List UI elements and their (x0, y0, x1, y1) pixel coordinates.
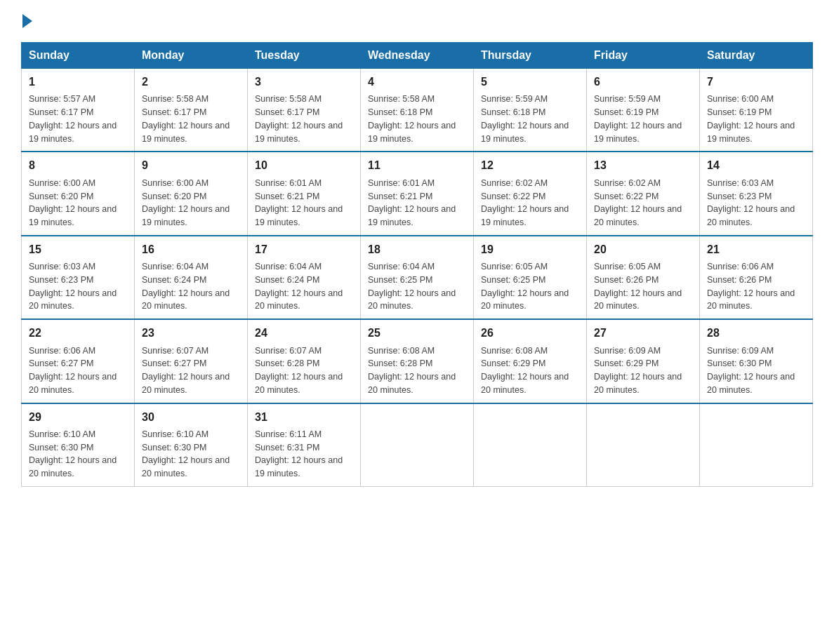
day-info: Sunrise: 5:58 AMSunset: 6:17 PMDaylight:… (142, 94, 230, 143)
day-info: Sunrise: 6:01 AMSunset: 6:21 PMDaylight:… (368, 178, 456, 227)
calendar-day-cell: 22 Sunrise: 6:06 AMSunset: 6:27 PMDaylig… (22, 319, 135, 403)
day-info: Sunrise: 5:59 AMSunset: 6:18 PMDaylight:… (481, 94, 569, 143)
calendar-day-cell: 1 Sunrise: 5:57 AMSunset: 6:17 PMDayligh… (22, 68, 135, 152)
calendar-table: SundayMondayTuesdayWednesdayThursdayFrid… (21, 42, 813, 487)
calendar-day-cell: 23 Sunrise: 6:07 AMSunset: 6:27 PMDaylig… (135, 319, 248, 403)
day-info: Sunrise: 6:04 AMSunset: 6:24 PMDaylight:… (255, 262, 343, 311)
calendar-day-cell: 24 Sunrise: 6:07 AMSunset: 6:28 PMDaylig… (248, 319, 361, 403)
calendar-week-row: 22 Sunrise: 6:06 AMSunset: 6:27 PMDaylig… (22, 319, 813, 403)
day-number: 4 (368, 74, 466, 90)
day-info: Sunrise: 5:58 AMSunset: 6:17 PMDaylight:… (255, 94, 343, 143)
day-info: Sunrise: 6:01 AMSunset: 6:21 PMDaylight:… (255, 178, 343, 227)
calendar-day-cell: 4 Sunrise: 5:58 AMSunset: 6:18 PMDayligh… (361, 68, 474, 152)
calendar-day-cell: 19 Sunrise: 6:05 AMSunset: 6:25 PMDaylig… (474, 236, 587, 319)
calendar-day-cell: 7 Sunrise: 6:00 AMSunset: 6:19 PMDayligh… (700, 68, 813, 152)
calendar-day-cell (700, 403, 813, 487)
day-info: Sunrise: 6:03 AMSunset: 6:23 PMDaylight:… (29, 262, 117, 311)
calendar-day-cell: 26 Sunrise: 6:08 AMSunset: 6:29 PMDaylig… (474, 319, 587, 403)
day-info: Sunrise: 6:05 AMSunset: 6:25 PMDaylight:… (481, 262, 569, 311)
calendar-day-cell (474, 403, 587, 487)
calendar-day-cell: 11 Sunrise: 6:01 AMSunset: 6:21 PMDaylig… (361, 152, 474, 235)
day-info: Sunrise: 6:02 AMSunset: 6:22 PMDaylight:… (594, 178, 682, 227)
day-info: Sunrise: 6:00 AMSunset: 6:20 PMDaylight:… (29, 178, 117, 227)
day-number: 9 (142, 158, 240, 173)
day-info: Sunrise: 5:57 AMSunset: 6:17 PMDaylight:… (29, 94, 117, 143)
calendar-day-cell: 12 Sunrise: 6:02 AMSunset: 6:22 PMDaylig… (474, 152, 587, 235)
day-info: Sunrise: 6:03 AMSunset: 6:23 PMDaylight:… (707, 178, 795, 227)
calendar-day-cell: 13 Sunrise: 6:02 AMSunset: 6:22 PMDaylig… (587, 152, 700, 235)
calendar-week-row: 15 Sunrise: 6:03 AMSunset: 6:23 PMDaylig… (22, 236, 813, 319)
calendar-day-cell: 16 Sunrise: 6:04 AMSunset: 6:24 PMDaylig… (135, 236, 248, 319)
day-info: Sunrise: 5:59 AMSunset: 6:19 PMDaylight:… (594, 94, 682, 143)
day-info: Sunrise: 5:58 AMSunset: 6:18 PMDaylight:… (368, 94, 456, 143)
calendar-day-header: Monday (135, 43, 248, 68)
day-number: 24 (255, 326, 353, 341)
day-info: Sunrise: 6:04 AMSunset: 6:24 PMDaylight:… (142, 262, 230, 311)
day-number: 6 (594, 74, 692, 90)
day-number: 17 (255, 242, 353, 257)
day-number: 20 (594, 242, 692, 257)
calendar-day-cell: 15 Sunrise: 6:03 AMSunset: 6:23 PMDaylig… (22, 236, 135, 319)
calendar-day-cell: 2 Sunrise: 5:58 AMSunset: 6:17 PMDayligh… (135, 68, 248, 152)
calendar-day-cell: 18 Sunrise: 6:04 AMSunset: 6:25 PMDaylig… (361, 236, 474, 319)
calendar-day-cell: 17 Sunrise: 6:04 AMSunset: 6:24 PMDaylig… (248, 236, 361, 319)
day-info: Sunrise: 6:09 AMSunset: 6:29 PMDaylight:… (594, 346, 682, 395)
day-number: 14 (707, 158, 805, 173)
day-number: 5 (481, 74, 579, 90)
day-info: Sunrise: 6:07 AMSunset: 6:27 PMDaylight:… (142, 346, 230, 395)
calendar-day-header: Saturday (700, 43, 813, 68)
day-info: Sunrise: 6:00 AMSunset: 6:20 PMDaylight:… (142, 178, 230, 227)
calendar-day-cell: 9 Sunrise: 6:00 AMSunset: 6:20 PMDayligh… (135, 152, 248, 235)
calendar-day-cell: 20 Sunrise: 6:05 AMSunset: 6:26 PMDaylig… (587, 236, 700, 319)
calendar-day-cell (361, 403, 474, 487)
day-number: 7 (707, 74, 805, 90)
calendar-day-header: Friday (587, 43, 700, 68)
day-number: 2 (142, 74, 240, 90)
day-info: Sunrise: 6:04 AMSunset: 6:25 PMDaylight:… (368, 262, 456, 311)
page-header (21, 14, 813, 28)
day-number: 13 (594, 158, 692, 173)
day-number: 28 (707, 326, 805, 341)
day-number: 18 (368, 242, 466, 257)
logo (21, 14, 34, 28)
day-info: Sunrise: 6:09 AMSunset: 6:30 PMDaylight:… (707, 346, 795, 395)
day-number: 26 (481, 326, 579, 341)
day-info: Sunrise: 6:10 AMSunset: 6:30 PMDaylight:… (142, 429, 230, 478)
day-number: 30 (142, 410, 240, 425)
calendar-day-cell: 10 Sunrise: 6:01 AMSunset: 6:21 PMDaylig… (248, 152, 361, 235)
day-info: Sunrise: 6:11 AMSunset: 6:31 PMDaylight:… (255, 429, 343, 478)
calendar-day-cell: 3 Sunrise: 5:58 AMSunset: 6:17 PMDayligh… (248, 68, 361, 152)
calendar-day-cell: 21 Sunrise: 6:06 AMSunset: 6:26 PMDaylig… (700, 236, 813, 319)
calendar-day-cell: 25 Sunrise: 6:08 AMSunset: 6:28 PMDaylig… (361, 319, 474, 403)
day-info: Sunrise: 6:05 AMSunset: 6:26 PMDaylight:… (594, 262, 682, 311)
day-number: 19 (481, 242, 579, 257)
day-info: Sunrise: 6:06 AMSunset: 6:27 PMDaylight:… (29, 346, 117, 395)
day-number: 11 (368, 158, 466, 173)
logo-arrow-icon (22, 14, 32, 28)
day-number: 8 (29, 158, 127, 173)
calendar-day-cell: 30 Sunrise: 6:10 AMSunset: 6:30 PMDaylig… (135, 403, 248, 487)
day-number: 12 (481, 158, 579, 173)
day-number: 27 (594, 326, 692, 341)
day-number: 16 (142, 242, 240, 257)
day-info: Sunrise: 6:08 AMSunset: 6:28 PMDaylight:… (368, 346, 456, 395)
calendar-day-cell: 5 Sunrise: 5:59 AMSunset: 6:18 PMDayligh… (474, 68, 587, 152)
day-info: Sunrise: 6:07 AMSunset: 6:28 PMDaylight:… (255, 346, 343, 395)
day-number: 29 (29, 410, 127, 425)
calendar-day-cell: 31 Sunrise: 6:11 AMSunset: 6:31 PMDaylig… (248, 403, 361, 487)
calendar-day-header: Sunday (22, 43, 135, 68)
day-number: 15 (29, 242, 127, 257)
day-number: 25 (368, 326, 466, 341)
day-info: Sunrise: 6:10 AMSunset: 6:30 PMDaylight:… (29, 429, 117, 478)
calendar-day-cell: 28 Sunrise: 6:09 AMSunset: 6:30 PMDaylig… (700, 319, 813, 403)
day-info: Sunrise: 6:02 AMSunset: 6:22 PMDaylight:… (481, 178, 569, 227)
calendar-day-cell: 27 Sunrise: 6:09 AMSunset: 6:29 PMDaylig… (587, 319, 700, 403)
calendar-header-row: SundayMondayTuesdayWednesdayThursdayFrid… (22, 43, 813, 68)
day-info: Sunrise: 6:06 AMSunset: 6:26 PMDaylight:… (707, 262, 795, 311)
calendar-day-cell: 6 Sunrise: 5:59 AMSunset: 6:19 PMDayligh… (587, 68, 700, 152)
day-number: 23 (142, 326, 240, 341)
day-number: 3 (255, 74, 353, 90)
calendar-day-cell: 8 Sunrise: 6:00 AMSunset: 6:20 PMDayligh… (22, 152, 135, 235)
day-info: Sunrise: 6:00 AMSunset: 6:19 PMDaylight:… (707, 94, 795, 143)
calendar-week-row: 29 Sunrise: 6:10 AMSunset: 6:30 PMDaylig… (22, 403, 813, 487)
